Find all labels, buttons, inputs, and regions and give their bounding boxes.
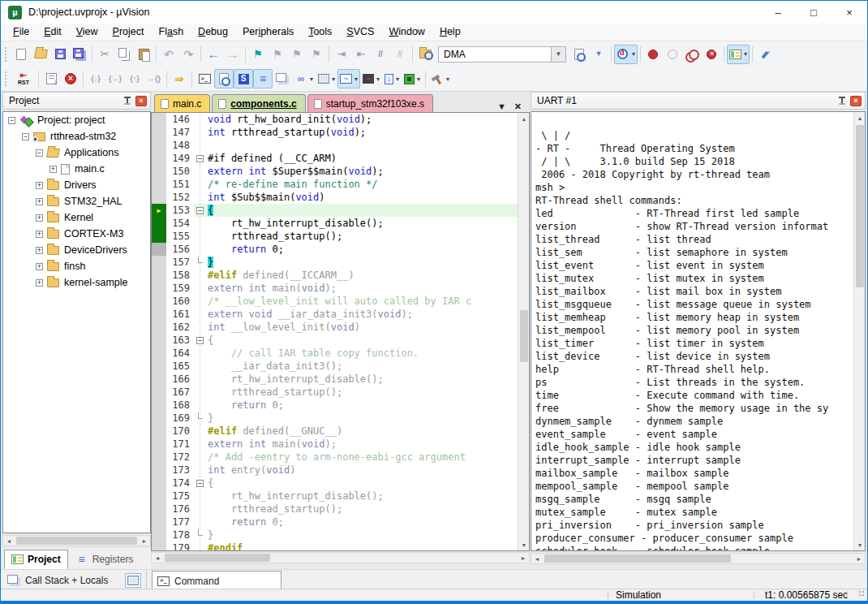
breakpoint-margin[interactable] (152, 308, 166, 321)
breakpoint-margin[interactable] (152, 282, 166, 295)
toolbar-grip[interactable] (4, 71, 8, 87)
execution-arrow-icon[interactable]: ▶ (152, 204, 166, 217)
breakpoint-margin[interactable] (152, 269, 166, 282)
close-button[interactable]: × (831, 1, 867, 24)
breakpoint-margin[interactable] (152, 165, 166, 178)
navigate-forward-button[interactable]: → (223, 45, 243, 64)
expand-icon[interactable]: + (36, 263, 43, 270)
find-text-combobox[interactable]: DMA▼ (438, 46, 566, 63)
breakpoint-margin[interactable] (152, 256, 166, 269)
disable-all-breakpoints-button[interactable] (682, 45, 702, 64)
close-panel-icon[interactable] (135, 96, 147, 106)
breakpoint-margin[interactable] (152, 477, 166, 490)
step-into-button[interactable]: {↓} (86, 69, 105, 88)
uart-hscrollbar[interactable]: ◄ ► (531, 553, 866, 564)
collapse-icon[interactable]: − (8, 117, 15, 124)
indent-button[interactable]: ⇥ (332, 45, 351, 64)
navigate-back-button[interactable]: ← (204, 45, 223, 64)
fold-collapse-icon[interactable]: − (194, 334, 206, 347)
copy-button[interactable] (114, 45, 134, 64)
maximize-button[interactable]: □ (796, 1, 831, 24)
scroll-down-icon[interactable]: ▼ (854, 539, 866, 550)
tree-item-drivers[interactable]: +Drivers (3, 177, 150, 193)
menu-help[interactable]: Help (432, 24, 468, 41)
tree-item-main-c[interactable]: +main.c (3, 161, 150, 177)
memory-window-button[interactable]: ▾ (316, 69, 337, 88)
expand-icon[interactable]: + (36, 182, 43, 189)
dropdown-caret-icon[interactable]: ▾ (355, 76, 358, 83)
dropdown-caret-icon[interactable]: ▾ (396, 76, 399, 83)
scroll-thumb[interactable] (856, 125, 864, 287)
dropdown-caret-icon[interactable]: ▾ (332, 76, 335, 83)
scroll-thumb[interactable] (16, 537, 137, 545)
pin-icon[interactable] (837, 96, 847, 106)
outdent-button[interactable]: ⇤ (351, 45, 371, 64)
breakpoint-margin[interactable] (152, 412, 166, 425)
tree-item-cortex-m3[interactable]: +CORTEX-M3 (3, 226, 150, 242)
expand-icon[interactable]: + (49, 166, 57, 173)
redo-button[interactable]: ↷ (178, 45, 198, 64)
tree-item-rtthread-stm32[interactable]: −rtthread-stm32 (3, 128, 150, 145)
scroll-up-icon[interactable]: ▲ (518, 113, 530, 124)
menu-project[interactable]: Project (105, 24, 152, 41)
breakpoint-margin[interactable] (152, 490, 166, 503)
dropdown-caret-icon[interactable]: ▾ (417, 76, 420, 83)
editor-tab-main-c[interactable]: main.c (154, 94, 210, 112)
scroll-down-icon[interactable]: ▼ (518, 539, 530, 550)
breakpoint-margin[interactable] (152, 217, 166, 230)
uart-terminal[interactable]: \ | /- RT - Thread Operating System / | … (531, 111, 866, 551)
tab-registers[interactable]: ≡Registers (68, 550, 141, 569)
menu-window[interactable]: Window (381, 24, 432, 41)
breakpoint-margin[interactable] (152, 451, 166, 464)
menu-file[interactable]: File (6, 24, 37, 41)
breakpoint-margin[interactable] (152, 399, 166, 412)
call-stack-window-button[interactable] (273, 69, 292, 88)
breakpoint-margin[interactable] (152, 230, 166, 243)
dropdown-caret-icon[interactable]: ▾ (744, 50, 747, 58)
tab-list-dropdown-icon[interactable]: ▼ (497, 101, 506, 112)
system-viewer-button[interactable]: ▾ (402, 69, 423, 88)
pin-icon[interactable] (122, 96, 132, 106)
debug-toolbox-button[interactable]: ▾ (428, 69, 452, 88)
resize-grip[interactable] (858, 590, 866, 598)
breakpoint-margin[interactable] (152, 516, 166, 528)
scroll-thumb[interactable] (544, 554, 731, 563)
breakpoint-margin[interactable] (152, 334, 166, 347)
dropdown-caret-icon[interactable]: ▾ (310, 76, 313, 83)
dropdown-caret-icon[interactable]: ▾ (632, 50, 635, 58)
scroll-up-icon[interactable]: ▲ (854, 112, 866, 123)
breakpoint-margin[interactable] (152, 347, 166, 360)
cut-button[interactable]: ✂ (95, 45, 114, 64)
expand-icon[interactable]: + (36, 198, 43, 205)
step-out-button[interactable]: {↑} (125, 69, 144, 88)
symbol-browser-button[interactable]: ▾ (382, 69, 402, 88)
fold-collapse-icon[interactable]: − (194, 152, 206, 165)
stop-button[interactable] (61, 69, 80, 88)
breakpoint-margin[interactable] (152, 464, 166, 477)
menu-svcs[interactable]: SVCS (339, 24, 381, 41)
new-file-button[interactable] (11, 45, 31, 64)
registers-window-button[interactable]: ≡ (253, 69, 273, 88)
tree-item-project-project[interactable]: −Project: project (3, 112, 150, 128)
serial-window-button[interactable]: ▾ (337, 69, 360, 88)
breakpoint-margin[interactable] (152, 503, 166, 516)
symbols-window-button[interactable] (234, 69, 253, 88)
menu-edit[interactable]: Edit (37, 24, 69, 41)
enable-disable-breakpoint-button[interactable] (663, 45, 682, 64)
scroll-thumb[interactable] (165, 554, 270, 562)
start-stop-debug-session-button[interactable]: ▾ (614, 45, 638, 64)
menu-flash[interactable]: Flash (152, 24, 191, 41)
dropdown-caret-icon[interactable]: ▾ (446, 76, 449, 83)
scroll-left-icon[interactable]: ◄ (531, 553, 543, 564)
minimize-button[interactable]: – (760, 1, 796, 24)
save-all-button[interactable] (70, 45, 89, 64)
editor-tab-startup-stm32f103xe-s[interactable]: startup_stm32f103xe.s (307, 94, 433, 112)
breakpoint-margin[interactable] (152, 438, 166, 451)
breakpoint-margin[interactable] (152, 191, 166, 204)
tree-item-stm32-hal[interactable]: +STM32_HAL (3, 193, 150, 209)
breakpoint-margin[interactable] (152, 152, 166, 165)
tree-item-devicedrivers[interactable]: +DeviceDrivers (3, 242, 150, 258)
editor-hscrollbar[interactable]: ◄ ► (151, 552, 530, 563)
expand-icon[interactable]: + (36, 247, 43, 254)
bookmark-next-button[interactable]: ⚑ (287, 45, 307, 64)
